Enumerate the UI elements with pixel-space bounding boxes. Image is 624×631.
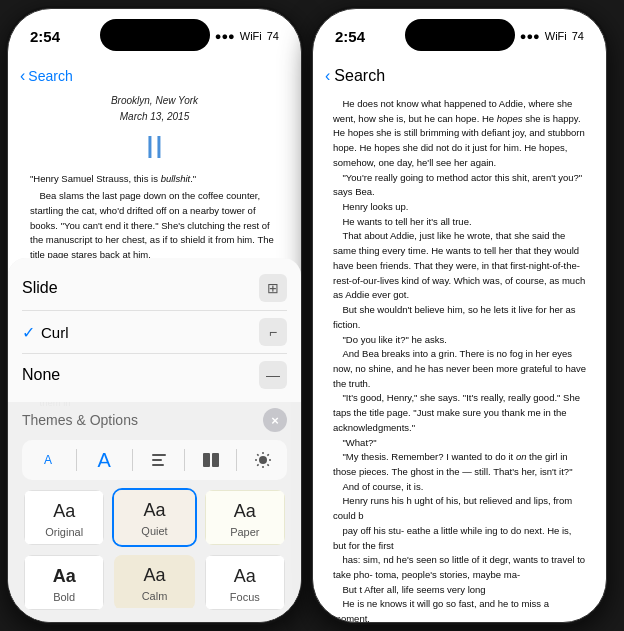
svg-rect-1: [152, 459, 162, 461]
status-bar-right: 2:54 ●●● WiFi 74: [313, 9, 606, 55]
book-content-right: He does not know what happened to Addie,…: [313, 93, 606, 623]
svg-point-5: [259, 456, 267, 464]
layout-button[interactable]: [195, 444, 227, 476]
checkmark-icon: ✓: [22, 323, 35, 342]
theme-calm-aa: Aa: [143, 565, 165, 586]
para-1: Bea slams the last page down on the coff…: [30, 189, 279, 263]
svg-rect-2: [152, 464, 164, 466]
right-para-15: has: sim, nd he's seen so little of it d…: [333, 553, 586, 582]
status-bar-left: 2:54 ●●● WiFi 74: [8, 9, 301, 55]
none-option-row[interactable]: None —: [22, 354, 287, 396]
theme-focus-card[interactable]: Aa Focus: [203, 553, 287, 612]
right-para-6: But she wouldn't believe him, so he lets…: [333, 303, 586, 332]
divider-2: [132, 449, 133, 471]
back-button-left[interactable]: ‹ Search: [20, 67, 73, 85]
right-para-4: He wants to tell her it's all true.: [333, 215, 586, 230]
curl-icon: ⌐: [259, 318, 287, 346]
right-para-2: "You're really going to method actor thi…: [333, 171, 586, 200]
book-header: Brooklyn, New York March 13, 2015: [30, 93, 279, 124]
theme-paper-card[interactable]: Aa Paper: [203, 488, 287, 547]
back-chevron-right: ‹: [325, 67, 330, 85]
right-para-17: He is ne knows it will go so fast, and h…: [333, 597, 586, 623]
none-icon: —: [259, 361, 287, 389]
right-para-13: Henry runs his h ught of his, but reliev…: [333, 494, 586, 523]
back-chevron-left: ‹: [20, 67, 25, 85]
theme-focus-label: Focus: [230, 591, 260, 603]
back-label-right: Search: [334, 67, 385, 85]
close-button[interactable]: ×: [263, 408, 287, 432]
signal-icon: ●●●: [215, 30, 235, 42]
battery-icon: 74: [267, 30, 279, 42]
time-left: 2:54: [30, 28, 60, 45]
wifi-icon: WiFi: [240, 30, 262, 42]
search-bar-right[interactable]: ‹ Search: [325, 67, 385, 85]
theme-quiet-aa: Aa: [143, 500, 165, 521]
right-para-8: And Bea breaks into a grin. There is no …: [333, 347, 586, 391]
status-icons-right: ●●● WiFi 74: [520, 30, 584, 42]
theme-paper-aa: Aa: [234, 501, 256, 522]
svg-rect-3: [203, 453, 210, 467]
curl-option-row[interactable]: ✓ Curl ⌐: [22, 311, 287, 354]
font-increase-button[interactable]: A: [86, 444, 122, 476]
right-para-1: He does not know what happened to Addie,…: [333, 97, 586, 171]
theme-quiet-label: Quiet: [141, 525, 167, 537]
slide-option-row[interactable]: Slide ⊞: [22, 266, 287, 311]
right-para-14: pay off his stu- eathe a little while in…: [333, 524, 586, 553]
nav-bar-right: ‹ Search: [313, 55, 606, 93]
theme-bold-label: Bold: [53, 591, 75, 603]
svg-line-13: [257, 464, 258, 465]
brightness-button[interactable]: [247, 444, 279, 476]
right-phone: 2:54 ●●● WiFi 74 ‹ Search He does not kn…: [312, 8, 607, 623]
themes-header: Themes & Options ×: [22, 408, 287, 432]
right-para-16: But t After all, life seems very long: [333, 583, 586, 598]
right-para-10: "What?": [333, 436, 586, 451]
overlay-panel: Slide ⊞ ✓ Curl ⌐ None — Themes & Op: [8, 258, 301, 622]
themes-title: Themes & Options: [22, 412, 138, 428]
theme-cards: Aa Original Aa Quiet Aa Paper: [22, 488, 287, 612]
font-decrease-button[interactable]: A: [30, 444, 66, 476]
battery-icon-right: 74: [572, 30, 584, 42]
svg-line-11: [267, 464, 268, 465]
right-para-3: Henry looks up.: [333, 200, 586, 215]
right-para-11: "My thesis. Remember? I wanted to do it …: [333, 450, 586, 479]
none-label: None: [22, 366, 60, 384]
svg-line-12: [267, 454, 268, 455]
book-location-line1: Brooklyn, New York: [30, 93, 279, 109]
right-para-9: "It's good, Henry," she says. "It's real…: [333, 391, 586, 435]
divider-4: [236, 449, 237, 471]
signal-icon-right: ●●●: [520, 30, 540, 42]
para-0: "Henry Samuel Strauss, this is bullshit.…: [30, 172, 279, 187]
back-label-left: Search: [28, 68, 72, 84]
right-para-12: And of course, it is.: [333, 480, 586, 495]
slide-options: Slide ⊞ ✓ Curl ⌐ None —: [8, 258, 301, 402]
svg-rect-4: [212, 453, 219, 467]
slide-label: Slide: [22, 279, 58, 297]
wifi-icon-right: WiFi: [545, 30, 567, 42]
nav-bar-left: ‹ Search: [8, 55, 301, 93]
curl-check-item: ✓ Curl: [22, 323, 69, 342]
theme-original-aa: Aa: [53, 501, 75, 522]
theme-focus-aa: Aa: [234, 566, 256, 587]
right-para-5: That about Addie, just like he wrote, th…: [333, 229, 586, 303]
theme-original-label: Original: [45, 526, 83, 538]
font-controls: A A: [22, 440, 287, 480]
time-right: 2:54: [335, 28, 365, 45]
svg-line-10: [257, 454, 258, 455]
theme-calm-label: Calm: [142, 590, 168, 602]
font-style-button[interactable]: [143, 444, 175, 476]
divider-1: [76, 449, 77, 471]
curl-label: Curl: [41, 324, 69, 341]
theme-bold-aa: Aa: [53, 566, 76, 587]
theme-paper-label: Paper: [230, 526, 259, 538]
theme-original-card[interactable]: Aa Original: [22, 488, 106, 547]
theme-calm-card[interactable]: Aa Calm: [112, 553, 196, 612]
left-phone: 2:54 ●●● WiFi 74 ‹ Search Brooklyn, New …: [7, 8, 302, 623]
right-para-7: "Do you like it?" he asks.: [333, 333, 586, 348]
status-icons-left: ●●● WiFi 74: [215, 30, 279, 42]
book-location-line2: March 13, 2015: [30, 109, 279, 125]
chapter-number: II: [30, 128, 279, 166]
divider-3: [184, 449, 185, 471]
theme-quiet-card[interactable]: Aa Quiet: [112, 488, 196, 547]
theme-bold-card[interactable]: Aa Bold: [22, 553, 106, 612]
svg-rect-0: [152, 454, 166, 456]
